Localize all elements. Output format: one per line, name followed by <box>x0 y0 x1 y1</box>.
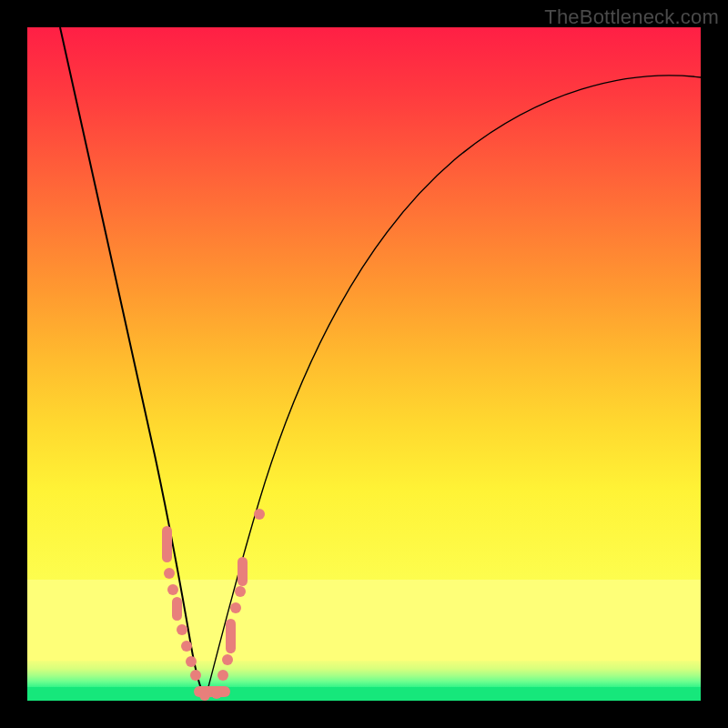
data-dot <box>217 670 228 681</box>
data-dot <box>177 624 187 635</box>
data-dot <box>254 509 265 520</box>
curve-right-branch <box>206 76 701 697</box>
data-dot <box>190 670 201 681</box>
dot-cluster <box>172 597 182 621</box>
data-dot <box>211 688 222 699</box>
dot-cluster <box>238 557 248 586</box>
curve-left-branch <box>60 27 206 697</box>
dot-cluster <box>162 526 172 562</box>
data-dot <box>199 690 210 701</box>
curve-layer <box>27 27 701 701</box>
plot-area <box>27 27 701 701</box>
data-dot <box>164 568 175 579</box>
data-dot <box>167 584 178 595</box>
data-dot <box>235 586 246 597</box>
dot-cluster <box>226 619 236 653</box>
chart-frame: TheBottleneck.com <box>0 0 728 728</box>
watermark-text: TheBottleneck.com <box>544 5 719 29</box>
data-dot <box>230 602 241 613</box>
data-dot <box>186 656 197 667</box>
data-dot <box>181 641 192 652</box>
data-dot <box>222 654 233 665</box>
